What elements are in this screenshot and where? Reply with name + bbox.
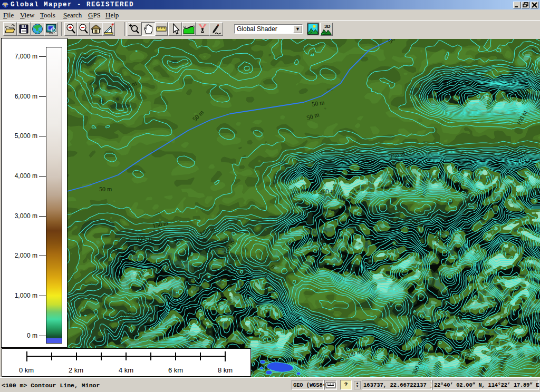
- svg-text:50 m: 50 m: [99, 185, 112, 193]
- svg-text:300 m: 300 m: [319, 187, 336, 195]
- svg-text:100 m: 100 m: [136, 234, 152, 242]
- svg-text:3D: 3D: [324, 24, 331, 29]
